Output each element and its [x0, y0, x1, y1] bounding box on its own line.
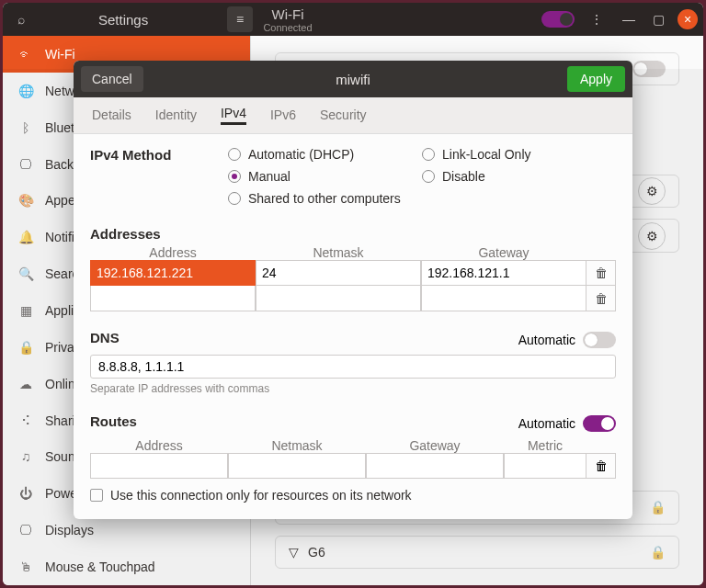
radio-shared[interactable]: Shared to other computers — [228, 191, 422, 206]
routes-label: Routes — [90, 413, 137, 429]
delete-row-button[interactable]: 🗑 — [586, 286, 616, 311]
address-row: 🗑 — [90, 286, 616, 311]
tab-ipv4[interactable]: IPv4 — [221, 106, 246, 125]
restrict-checkbox[interactable] — [90, 489, 103, 502]
wifi-toggle[interactable] — [541, 11, 575, 28]
col-gateway: Gateway — [421, 245, 586, 260]
route-row: 🗑 — [90, 453, 616, 479]
route-metric-input[interactable] — [504, 453, 586, 479]
close-button[interactable]: × — [678, 9, 698, 29]
col-address: Address — [90, 245, 256, 260]
ipv4-method-label: IPv4 Method — [90, 147, 228, 163]
address-row: 🗑 — [90, 260, 616, 286]
addresses-label: Addresses — [90, 226, 616, 242]
dialog-header: Cancel miwifi Apply — [74, 61, 632, 97]
netmask-input[interactable] — [256, 286, 421, 311]
radio-disable[interactable]: Disable — [422, 169, 616, 184]
gateway-input[interactable] — [421, 260, 586, 286]
restrict-label: Use this connection only for resources o… — [110, 488, 412, 503]
kebab-icon[interactable]: ⋮ — [584, 6, 609, 32]
tab-details[interactable]: Details — [92, 107, 131, 124]
tab-identity[interactable]: Identity — [155, 107, 197, 124]
connection-dialog: Cancel miwifi Apply Details Identity IPv… — [74, 61, 632, 519]
radio-linklocal[interactable]: Link-Local Only — [422, 147, 616, 162]
address-input[interactable] — [90, 286, 256, 311]
route-gateway-input[interactable] — [366, 453, 504, 479]
menu-icon[interactable]: ≡ — [227, 6, 253, 32]
apply-button[interactable]: Apply — [567, 66, 625, 92]
route-address-input[interactable] — [90, 453, 228, 479]
dns-hint: Separate IP addresses with commas — [90, 382, 616, 395]
address-input[interactable] — [90, 260, 256, 286]
netmask-input[interactable] — [256, 260, 421, 286]
radio-dhcp[interactable]: Automatic (DHCP) — [228, 147, 422, 162]
delete-route-button[interactable]: 🗑 — [586, 453, 616, 479]
col-address: Address — [90, 438, 228, 453]
automatic-label: Automatic — [518, 416, 575, 431]
col-metric: Metric — [504, 438, 586, 453]
maximize-button[interactable]: ▢ — [648, 9, 668, 29]
wifi-icon: ᯤ — [17, 47, 34, 62]
col-gateway: Gateway — [366, 438, 504, 453]
tab-security[interactable]: Security — [320, 107, 367, 124]
routes-auto-toggle[interactable] — [583, 415, 616, 432]
settings-title: Settings — [98, 12, 148, 28]
dns-auto-toggle[interactable] — [583, 332, 616, 348]
dns-label: DNS — [90, 330, 120, 345]
col-netmask: Netmask — [228, 438, 366, 453]
search-icon[interactable]: ⌕ — [8, 6, 34, 32]
automatic-label: Automatic — [518, 333, 575, 347]
dialog-tabs: Details Identity IPv4 IPv6 Security — [74, 97, 632, 134]
col-netmask: Netmask — [256, 245, 421, 260]
delete-row-button[interactable]: 🗑 — [586, 260, 616, 286]
gateway-input[interactable] — [421, 286, 586, 311]
tab-ipv6[interactable]: IPv6 — [270, 107, 296, 124]
title-bar: ⌕ Settings ≡ Wi-Fi Connected ⋮ — ▢ × — [3, 3, 703, 36]
dns-input[interactable] — [90, 355, 616, 379]
dialog-title: miwifi — [74, 72, 632, 87]
route-netmask-input[interactable] — [228, 453, 366, 479]
minimize-button[interactable]: — — [619, 9, 639, 29]
cancel-button[interactable]: Cancel — [81, 66, 143, 92]
radio-manual[interactable]: Manual — [228, 169, 422, 184]
